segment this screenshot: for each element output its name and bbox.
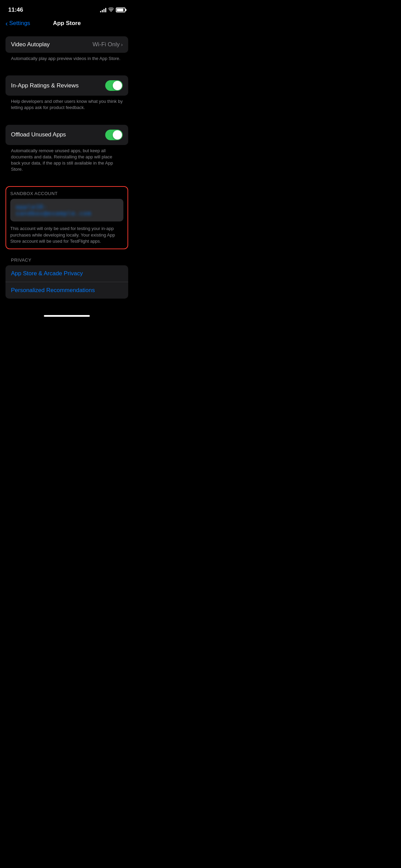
in-app-ratings-cell: In-App Ratings & Reviews — [5, 75, 128, 96]
offload-apps-group: Offload Unused Apps Automatically remove… — [5, 125, 128, 178]
sandbox-description: This account will only be used for testi… — [10, 225, 123, 244]
chevron-left-icon: ‹ — [5, 20, 8, 27]
sandbox-email: apple1D-sandbox@example.com — [16, 204, 118, 217]
toggle-knob — [113, 81, 122, 90]
status-time: 11:46 — [8, 7, 23, 13]
video-autoplay-label: Video Autoplay — [11, 41, 50, 48]
offload-apps-description: Automatically remove unused apps, but ke… — [5, 145, 128, 178]
chevron-right-icon: › — [121, 42, 123, 47]
app-store-arcade-privacy-cell[interactable]: App Store & Arcade Privacy — [5, 265, 128, 282]
back-label: Settings — [9, 20, 30, 27]
status-bar: 11:46 — [0, 0, 134, 17]
video-autoplay-description: Automatically play app preview videos in… — [5, 53, 128, 67]
app-store-arcade-privacy-label: App Store & Arcade Privacy — [11, 270, 83, 277]
privacy-section: Privacy App Store & Arcade Privacy Perso… — [5, 257, 128, 299]
sandbox-header: Sandbox Account — [10, 191, 123, 199]
personalized-recommendations-label: Personalized Recommendations — [11, 287, 95, 294]
in-app-ratings-description: Help developers and other users know wha… — [5, 96, 128, 116]
sandbox-account-section: Sandbox Account apple1D-sandbox@example.… — [5, 186, 128, 249]
offload-apps-cell: Offload Unused Apps — [5, 125, 128, 145]
toggle-knob-2 — [113, 130, 122, 140]
wifi-icon — [108, 7, 114, 13]
sandbox-email-cell[interactable]: apple1D-sandbox@example.com — [10, 199, 123, 221]
offload-apps-label: Offload Unused Apps — [11, 131, 66, 138]
video-autoplay-value: Wi-Fi Only › — [93, 41, 123, 48]
nav-bar: ‹ Settings App Store — [0, 17, 134, 31]
privacy-header: Privacy — [5, 257, 128, 265]
in-app-ratings-toggle[interactable] — [105, 80, 123, 91]
page-title: App Store — [53, 20, 81, 27]
settings-content: Video Autoplay Wi-Fi Only › Automaticall… — [0, 31, 134, 312]
in-app-ratings-label: In-App Ratings & Reviews — [11, 82, 78, 89]
signal-icon — [100, 8, 106, 12]
offload-apps-toggle[interactable] — [105, 130, 123, 140]
video-autoplay-cell[interactable]: Video Autoplay Wi-Fi Only › — [5, 36, 128, 53]
video-autoplay-current: Wi-Fi Only — [93, 41, 120, 48]
video-autoplay-group: Video Autoplay Wi-Fi Only › Automaticall… — [5, 36, 128, 67]
personalized-recommendations-cell[interactable]: Personalized Recommendations — [5, 282, 128, 299]
home-bar — [44, 315, 90, 317]
battery-icon — [116, 8, 125, 12]
home-indicator — [0, 312, 134, 321]
back-button[interactable]: ‹ Settings — [5, 20, 30, 27]
status-icons — [100, 7, 125, 13]
in-app-ratings-group: In-App Ratings & Reviews Help developers… — [5, 75, 128, 116]
privacy-group: App Store & Arcade Privacy Personalized … — [5, 265, 128, 299]
